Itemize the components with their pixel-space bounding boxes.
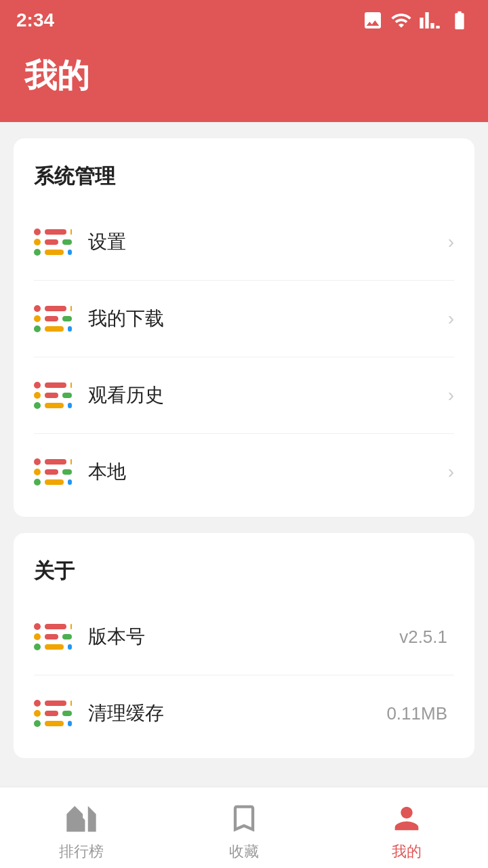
nav-ranking[interactable]: 排行榜 [0, 794, 163, 862]
downloads-icon [34, 300, 72, 338]
history-label: 观看历史 [88, 382, 448, 408]
settings-label: 设置 [88, 229, 448, 255]
downloads-chevron: › [448, 308, 454, 330]
settings-chevron: › [448, 231, 454, 253]
version-label: 版本号 [88, 624, 399, 650]
version-item: 版本号 v2.5.1 [34, 599, 454, 675]
about-card: 关于 版本号 v2.5.1 清理缓存 0.11MB [14, 533, 474, 758]
version-icon [34, 618, 72, 656]
status-icons [362, 9, 472, 31]
status-bar: 2:34 [0, 0, 488, 41]
system-section-title: 系统管理 [34, 163, 454, 191]
clear-cache-value: 0.11MB [386, 703, 447, 724]
status-time: 2:34 [16, 9, 54, 31]
system-management-card: 系统管理 设置 › 我的下载 › 观看历史 › [14, 138, 474, 517]
downloads-label: 我的下载 [88, 306, 448, 332]
history-item[interactable]: 观看历史 › [34, 357, 454, 434]
local-label: 本地 [88, 459, 448, 485]
version-value: v2.5.1 [399, 627, 447, 648]
local-item[interactable]: 本地 › [34, 434, 454, 510]
history-icon [34, 376, 72, 414]
clear-cache-label: 清理缓存 [88, 701, 386, 726]
local-chevron: › [448, 461, 454, 483]
local-icon [34, 453, 72, 491]
mine-nav-label: 我的 [392, 842, 422, 862]
favorites-nav-icon [226, 801, 262, 836]
favorites-nav-label: 收藏 [229, 842, 259, 862]
nav-mine[interactable]: 我的 [325, 794, 488, 862]
settings-icon [34, 223, 72, 261]
battery-icon [447, 9, 472, 31]
history-chevron: › [448, 384, 454, 406]
ranking-nav-label: 排行榜 [59, 842, 104, 862]
page-title: 我的 [24, 54, 464, 98]
nav-favorites[interactable]: 收藏 [163, 794, 325, 862]
settings-item[interactable]: 设置 › [34, 204, 454, 281]
clear-cache-item[interactable]: 清理缓存 0.11MB [34, 675, 454, 751]
clear-cache-icon [34, 694, 72, 732]
image-icon [362, 9, 384, 31]
mine-nav-icon [389, 801, 424, 836]
signal-icon [419, 9, 441, 31]
bottom-navigation: 排行榜 收藏 我的 [0, 787, 488, 868]
ranking-nav-icon [64, 801, 99, 836]
downloads-item[interactable]: 我的下载 › [34, 281, 454, 357]
page-header: 我的 [0, 41, 488, 122]
about-section-title: 关于 [34, 557, 454, 585]
wifi-icon [390, 9, 412, 31]
